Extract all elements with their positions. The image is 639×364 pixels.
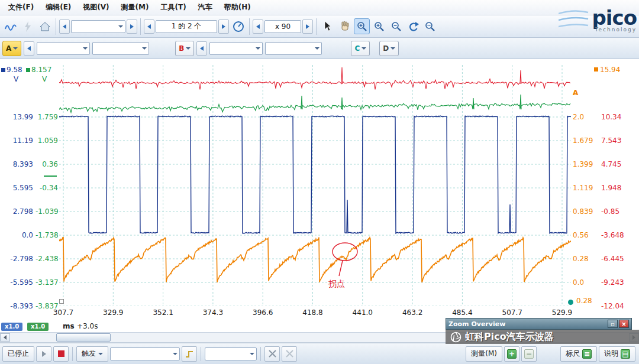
trigger-marker-icon [185, 350, 193, 358]
trigger-source-combo[interactable] [110, 347, 180, 360]
chevron-down-icon [83, 47, 88, 52]
x-axis-tick: 485.4 [446, 308, 479, 317]
axis-tick: -1.738 [36, 231, 58, 239]
zoom-select-icon [357, 21, 367, 32]
view-select-combo[interactable] [71, 20, 125, 33]
restore-window-button[interactable]: ▫ [608, 320, 618, 328]
axis-tick: -3.137 [36, 278, 58, 287]
channel-a-prev-button[interactable] [24, 41, 34, 56]
play-button[interactable] [36, 346, 51, 362]
buffer-prev-button[interactable] [144, 20, 154, 34]
x-axis-tick: 329.9 [96, 308, 130, 317]
hand-tool-button[interactable] [337, 18, 353, 34]
chevron-down-icon [186, 47, 191, 52]
channel-b-range-combo[interactable] [209, 42, 263, 55]
menu-item[interactable]: 视图(V) [77, 0, 115, 15]
gridlines [59, 65, 571, 306]
menu-item[interactable]: 帮助(H) [218, 0, 257, 15]
buffer-position-display[interactable]: 1 的 2 个 [156, 20, 217, 33]
chevron-down-icon [362, 47, 366, 52]
axis-tick: -0.85 [601, 207, 638, 216]
close-window-button[interactable]: × [619, 320, 629, 328]
zoom-factor-display[interactable]: x 90 [264, 20, 301, 33]
bottom-left-marker-square[interactable] [59, 299, 64, 304]
buffer-next-button[interactable] [218, 20, 229, 34]
add-measurement-button[interactable]: + [504, 346, 519, 362]
axis-tick: -3.648 [601, 231, 638, 239]
channel-c-button[interactable]: C [351, 41, 370, 56]
axis-tick: 0.36 [36, 160, 58, 168]
prev-view-button[interactable] [59, 20, 70, 34]
channel-d-button[interactable]: D [379, 41, 399, 56]
buffer-navigator-button[interactable] [230, 18, 246, 34]
channel-a-probe-combo[interactable] [92, 42, 149, 55]
aperture-icon [450, 332, 462, 343]
play-icon [42, 351, 46, 357]
left-arrow-icon [147, 24, 151, 29]
ruler-button[interactable]: 标尺≡ [560, 346, 597, 362]
channel-d-label: D [383, 44, 389, 53]
watermark-text: 虹科Pico汽车示波器 [465, 331, 554, 343]
notes-button[interactable]: 说明▤ [599, 346, 635, 362]
menu-item[interactable]: 文件(F) [2, 0, 40, 15]
probe-button[interactable] [20, 18, 36, 34]
right-arrow-icon [222, 24, 225, 29]
axis-tick: 5.595 [0, 184, 33, 192]
brand-tagline: Technology [592, 27, 637, 32]
menu-item[interactable]: 编辑(E) [40, 0, 77, 15]
record-button[interactable] [53, 346, 69, 362]
axis-tick: 0.0 [573, 278, 599, 287]
pointer-tool-button[interactable] [320, 18, 335, 34]
zoom-out-button[interactable] [388, 18, 404, 34]
zoom-overview-title: Zoom Overview [448, 320, 505, 328]
scrollbar-thumb[interactable] [56, 333, 111, 342]
hand-icon [340, 21, 350, 31]
channel-b-probe-combo[interactable] [265, 42, 322, 55]
zoom-overview-window[interactable]: Zoom Overview ▫ × [446, 318, 632, 330]
axis-tick: -1.039 [36, 207, 58, 216]
channel-a-button[interactable]: A [2, 41, 21, 56]
next-view-button[interactable] [127, 20, 137, 34]
zoom-factor-down-button[interactable] [253, 20, 263, 34]
marquee-zoom-tool-button[interactable] [354, 18, 370, 34]
cursor-tool-x-button[interactable] [264, 346, 280, 362]
status-bar: 已停止 触发 测量(M) + − 标尺≡ 说明▤ [0, 343, 639, 364]
waveform-view-button[interactable] [2, 18, 18, 34]
trigger-level-combo[interactable] [205, 347, 257, 360]
axis-tick: 1.399 [573, 160, 599, 168]
undo-zoom-button[interactable] [405, 18, 421, 34]
zoom-out-icon [391, 21, 402, 32]
lightning-icon [24, 21, 32, 32]
cursor-tool-y-button[interactable] [282, 346, 297, 362]
left-arrow-icon [27, 46, 31, 51]
run-stop-button[interactable]: 已停止 [2, 346, 34, 362]
trigger-label: 触发 [82, 349, 96, 359]
remove-measurement-button[interactable]: − [521, 346, 537, 362]
scope-plot[interactable]: 拐点 [59, 65, 571, 306]
menu-item[interactable]: 工具(T) [155, 0, 192, 15]
channel-b-prev-button[interactable] [196, 41, 207, 56]
trigger-marker-button[interactable] [182, 346, 197, 362]
home-button[interactable] [37, 18, 53, 34]
menu-item[interactable]: 测量(M) [115, 0, 155, 15]
zoom-full-button[interactable] [422, 18, 438, 34]
measurements-button[interactable]: 测量(M) [466, 346, 502, 362]
time-unit-label: ms [63, 322, 75, 330]
channel-a-range-combo[interactable] [37, 42, 90, 55]
axis-tick: 0.56 [573, 231, 599, 239]
channel-b-button[interactable]: B [175, 41, 194, 56]
trace-channel-blue [59, 116, 571, 233]
axis-tick: -8.393 [0, 302, 33, 310]
zoom-in-button[interactable] [371, 18, 387, 34]
trigger-mode-button[interactable]: 触发 [76, 346, 108, 362]
x-axis-tick: 352.1 [147, 308, 180, 317]
scroll-left-button[interactable] [0, 333, 10, 342]
channel-a-label: A [6, 44, 11, 53]
zoom-factor-up-button[interactable] [302, 20, 313, 34]
chevron-down-icon [173, 353, 178, 358]
channel-bar: A B C D [0, 38, 639, 59]
x-axis-tick: 307.7 [47, 308, 80, 317]
menu-item[interactable]: 汽车 [192, 0, 218, 15]
separator [249, 18, 250, 35]
x-axis-tick: 463.2 [396, 308, 429, 317]
